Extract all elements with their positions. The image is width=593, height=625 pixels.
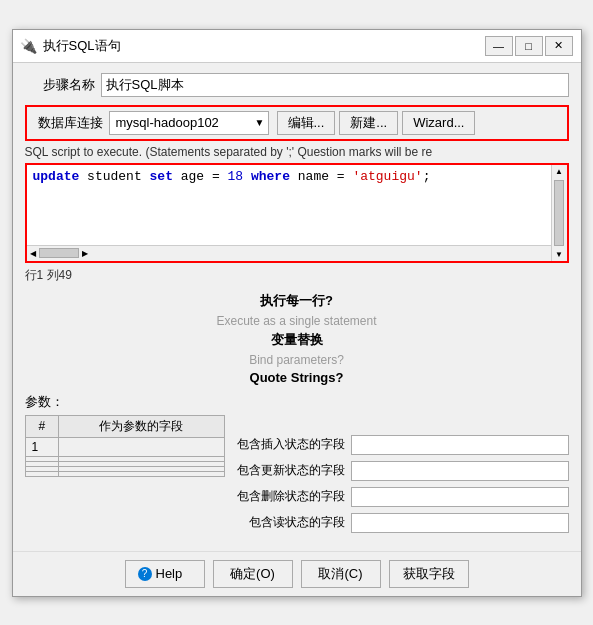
params-right: 包含插入状态的字段 包含更新状态的字段 包含删除状态的字段 包含读状态的字段 [235,435,569,533]
help-button[interactable]: ? Help [125,560,205,588]
title-bar: 🔌 执行SQL语句 — □ ✕ [13,30,581,63]
execute-single-en: Execute as a single statement [216,314,376,328]
edit-button[interactable]: 编辑... [277,111,336,135]
scroll-right-icon[interactable]: ▶ [79,249,91,258]
main-window: 🔌 执行SQL语句 — □ ✕ 步骤名称 数据库连接 mysql-hadoop1… [12,29,582,597]
db-action-buttons: 编辑... 新建... Wizard... [277,111,476,135]
quote-strings-cn: Quote Strings? [250,370,344,385]
horizontal-scrollbar[interactable]: ◀ ▶ [27,245,567,261]
db-connection-row: 数据库连接 mysql-hadoop102 ▼ 编辑... 新建... Wiza… [25,105,569,141]
bind-params-en: Bind parameters? [249,353,344,367]
insert-field-label: 包含插入状态的字段 [235,436,345,453]
close-button[interactable]: ✕ [545,36,573,56]
scroll-thumb[interactable] [554,180,564,246]
title-bar-left: 🔌 执行SQL语句 [21,37,121,55]
step-name-label: 步骤名称 [25,76,95,94]
read-field-label: 包含读状态的字段 [235,514,345,531]
params-table-wrapper: # 作为参数的字段 1 [25,415,225,533]
scroll-left-icon[interactable]: ◀ [27,249,39,258]
get-fields-button[interactable]: 获取字段 [389,560,469,588]
content-area: 步骤名称 数据库连接 mysql-hadoop102 ▼ 编辑... 新建...… [13,63,581,551]
params-label: 参数： [25,393,569,411]
insert-field-input[interactable] [351,435,569,455]
read-field-row: 包含读状态的字段 [235,513,569,533]
params-table: # 作为参数的字段 1 [25,415,225,477]
db-connection-label: 数据库连接 [33,114,103,132]
table-row: 1 [25,437,224,456]
sql-description: SQL script to execute. (Statements separ… [25,145,569,159]
maximize-button[interactable]: □ [515,36,543,56]
scroll-down-icon[interactable]: ▼ [553,248,565,261]
scroll-up-icon[interactable]: ▲ [553,165,565,178]
params-layout: # 作为参数的字段 1 [25,415,569,533]
wizard-button[interactable]: Wizard... [402,111,475,135]
new-button[interactable]: 新建... [339,111,398,135]
delete-field-row: 包含删除状态的字段 [235,487,569,507]
window-title: 执行SQL语句 [43,37,121,55]
step-name-row: 步骤名称 [25,73,569,97]
step-name-input[interactable] [101,73,569,97]
delete-field-label: 包含删除状态的字段 [235,488,345,505]
help-icon: ? [138,567,152,581]
bind-params-row: Bind parameters? [25,352,569,367]
quote-strings-row: Quote Strings? [25,370,569,385]
db-select-wrapper: mysql-hadoop102 ▼ [109,111,269,135]
update-field-label: 包含更新状态的字段 [235,462,345,479]
execute-single-row: Execute as a single statement [25,313,569,328]
help-label: Help [156,566,183,581]
hscroll-thumb[interactable] [39,248,79,258]
execute-each-cn: 执行每一行? [260,293,333,308]
status-bar: 行1 列49 [25,267,569,284]
options-section: 执行每一行? Execute as a single statement 变量替… [25,292,569,385]
execute-each-row: 执行每一行? [25,292,569,310]
sql-code-display[interactable]: update student set age = 18 where name =… [27,165,567,245]
db-connection-select[interactable]: mysql-hadoop102 [109,111,269,135]
update-field-row: 包含更新状态的字段 [235,461,569,481]
vertical-scrollbar[interactable]: ▲ ▼ [551,165,567,261]
sql-editor-wrapper: update student set age = 18 where name =… [25,163,569,263]
cancel-button[interactable]: 取消(C) [301,560,381,588]
window-icon: 🔌 [21,38,37,54]
row-num: 1 [25,437,59,456]
col-header-field: 作为参数的字段 [59,415,224,437]
read-field-input[interactable] [351,513,569,533]
variable-replace-row: 变量替换 [25,331,569,349]
row-field[interactable] [59,437,224,456]
insert-field-row: 包含插入状态的字段 [235,435,569,455]
minimize-button[interactable]: — [485,36,513,56]
confirm-button[interactable]: 确定(O) [213,560,293,588]
params-section: 参数： # 作为参数的字段 1 [25,393,569,533]
title-controls: — □ ✕ [485,36,573,56]
update-field-input[interactable] [351,461,569,481]
delete-field-input[interactable] [351,487,569,507]
col-header-num: # [25,415,59,437]
footer: ? Help 确定(O) 取消(C) 获取字段 [13,551,581,596]
table-row-empty-4 [25,471,224,476]
variable-replace-cn: 变量替换 [271,332,323,347]
